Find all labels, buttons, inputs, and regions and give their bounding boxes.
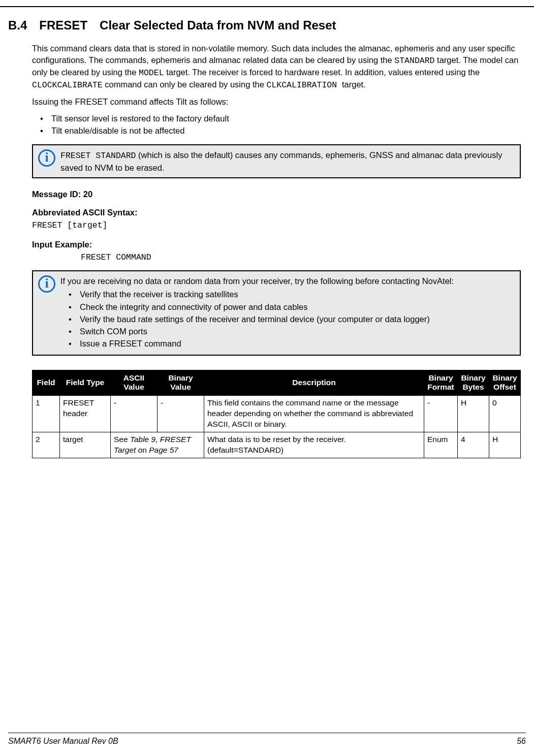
- code-clockcalibrate: CLOCKCALIBRATE: [32, 80, 103, 90]
- section-number: B.4: [8, 17, 27, 34]
- tilt-bullet-list: • Tilt sensor level is restored to the f…: [32, 113, 521, 137]
- th-binary-format: Binary Format: [424, 370, 458, 395]
- section-command: FRESET: [39, 17, 87, 34]
- syntax-value: FRESET [target]: [32, 220, 521, 231]
- code-standard: STANDARD: [394, 56, 434, 66]
- example-label: Input Example:: [32, 239, 521, 250]
- list-item: • Tilt enable/disable is not be affected: [32, 125, 521, 136]
- section-title: Clear Selected Data from NVM and Reset: [100, 17, 336, 34]
- th-field: Field: [33, 370, 60, 395]
- list-item: •Issue a FRESET command: [60, 338, 515, 349]
- intro-paragraph-2: Issuing the FRESET command affects Tilt …: [32, 96, 521, 107]
- list-item: •Switch COM ports: [60, 326, 515, 337]
- info-icon: i: [38, 149, 55, 167]
- info-box-freset-standard: i FRESET STANDARD (which is also the def…: [32, 144, 521, 178]
- field-table: Field Field Type ASCII Value Binary Valu…: [32, 370, 521, 458]
- syntax-label: Abbreviated ASCII Syntax:: [32, 207, 521, 218]
- example-value: FRESET COMMAND: [32, 252, 521, 263]
- info-box-troubleshoot: i If you are receiving no data or random…: [32, 270, 521, 356]
- th-binary-bytes: Binary Bytes: [458, 370, 489, 395]
- code-freset-standard: FRESET STANDARD: [60, 151, 136, 161]
- th-description: Description: [204, 370, 424, 395]
- th-field-type: Field Type: [60, 370, 111, 395]
- list-item: • Tilt sensor level is restored to the f…: [32, 113, 521, 124]
- code-model: MODEL: [139, 68, 164, 78]
- page-footer: SMART6 User Manual Rev 0B 56: [8, 733, 526, 747]
- info-lead: If you are receiving no data or random d…: [60, 275, 515, 287]
- info-icon: i: [38, 275, 55, 293]
- th-binary-value: Binary Value: [158, 370, 204, 395]
- section-heading: B.4 FRESET Clear Selected Data from NVM …: [8, 17, 526, 34]
- list-item: •Verify the baud rate settings of the re…: [60, 313, 515, 325]
- code-clkcalibration: CLKCALIBRATION: [266, 80, 342, 90]
- page-number: 56: [517, 736, 526, 747]
- table-row: 2 target See Table 9, FRESET Target on P…: [33, 432, 521, 458]
- list-item: •Verify that the receiver is tracking sa…: [60, 289, 515, 300]
- message-id-label: Message ID: 20: [32, 188, 521, 200]
- troubleshoot-bullet-list: •Verify that the receiver is tracking sa…: [60, 289, 515, 349]
- intro-paragraph-1: This command clears data that is stored …: [32, 43, 521, 91]
- footer-title: SMART6 User Manual Rev 0B: [8, 736, 118, 747]
- table-row: 1 FRESET header - - This field contains …: [33, 395, 521, 432]
- th-ascii-value: ASCII Value: [111, 370, 158, 395]
- list-item: •Check the integrity and connectivity of…: [60, 301, 515, 312]
- combined-cell: See Table 9, FRESET Target on Page 57: [111, 432, 204, 458]
- table-header-row: Field Field Type ASCII Value Binary Valu…: [33, 370, 521, 395]
- th-binary-offset: Binary Offset: [489, 370, 521, 395]
